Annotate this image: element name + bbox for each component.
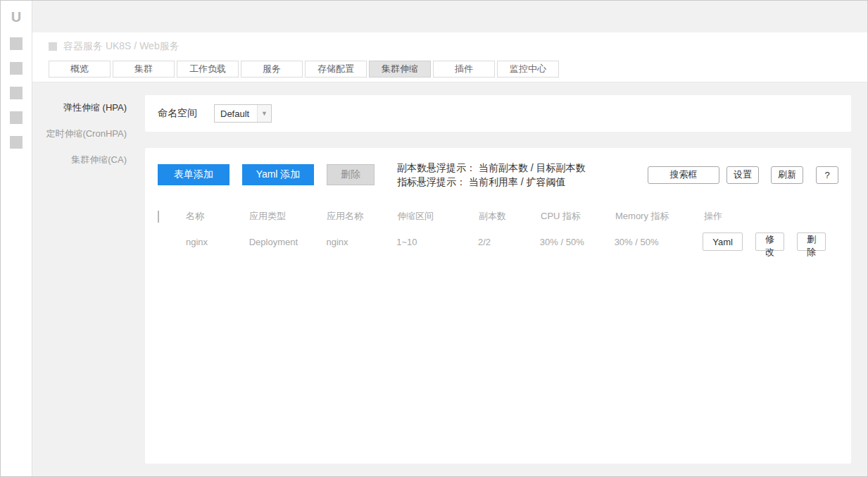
tab-overview[interactable]: 概览 (49, 61, 111, 78)
cell-type: Deployment (249, 237, 327, 247)
header-memory: Memory 指标 (615, 210, 704, 223)
main-area: 容器服务 UK8S / Web服务 概览 集群 工作负载 服务 存储配置 集群伸… (32, 1, 867, 476)
hpa-table-panel: 表单添加 Yaml 添加 删除 副本数悬浮提示： 当前副本数 / 目标副本数 指… (145, 148, 851, 464)
header-type: 应用类型 (249, 210, 327, 223)
form-add-button[interactable]: 表单添加 (158, 164, 229, 185)
nav-placeholder-icon[interactable] (10, 111, 23, 124)
sidebar: 弹性伸缩 (HPA) 定时伸缩(CronHPA) 集群伸缩(CA) (32, 82, 145, 476)
nav-placeholder-icon[interactable] (10, 136, 23, 149)
cell-name: nginx (186, 237, 249, 247)
refresh-button[interactable]: 刷新 (771, 166, 803, 184)
tab-service[interactable]: 服务 (241, 61, 303, 78)
sidebar-item-ca[interactable]: 集群伸缩(CA) (32, 153, 145, 167)
header-name: 名称 (186, 210, 249, 223)
nav-placeholder-icon[interactable] (10, 37, 23, 50)
namespace-select[interactable]: Default ▼ (214, 104, 272, 123)
row-edit-button[interactable]: 修改 (755, 233, 784, 251)
tab-cluster[interactable]: 集群 (113, 61, 175, 78)
toolbar-right: 搜索框 设置 刷新 ? (648, 166, 838, 184)
breadcrumb: 容器服务 UK8S / Web服务 (49, 38, 867, 55)
header-range: 伸缩区间 (397, 210, 479, 223)
breadcrumb-text: 容器服务 UK8S / Web服务 (63, 40, 180, 53)
tab-storage-config[interactable]: 存储配置 (305, 61, 367, 78)
toolbar: 表单添加 Yaml 添加 删除 副本数悬浮提示： 当前副本数 / 目标副本数 指… (158, 161, 838, 189)
content-area: 弹性伸缩 (HPA) 定时伸缩(CronHPA) 集群伸缩(CA) 命名空间 D… (32, 82, 867, 476)
namespace-filter-panel: 命名空间 Default ▼ (145, 95, 851, 132)
nav-placeholder-icon[interactable] (10, 87, 23, 99)
header-actions: 操作 (704, 210, 838, 223)
tab-monitor-center[interactable]: 监控中心 (497, 61, 559, 78)
row-yaml-button[interactable]: Yaml (703, 233, 743, 251)
sidebar-item-hpa[interactable]: 弹性伸缩 (HPA) (32, 101, 145, 115)
nav-placeholder-icon[interactable] (10, 62, 23, 75)
panels: 命名空间 Default ▼ 表单添加 Yaml 添加 删除 副本数悬浮提示： … (145, 82, 867, 476)
namespace-selected-value: Default (220, 109, 249, 119)
hover-hints: 副本数悬浮提示： 当前副本数 / 目标副本数 指标悬浮提示： 当前利用率 / 扩… (397, 161, 586, 189)
header-cpu: CPU 指标 (541, 210, 615, 223)
app-window: U 容器服务 UK8S / Web服务 概览 集群 工作负载 服务 存储配置 集… (0, 0, 868, 477)
tab-workload[interactable]: 工作负载 (177, 61, 239, 78)
header-appname: 应用名称 (327, 210, 397, 223)
service-icon (49, 42, 57, 51)
cell-memory: 30% / 50% (615, 237, 703, 247)
select-all-checkbox[interactable] (158, 211, 159, 223)
ucloud-logo: U (11, 9, 21, 25)
table-header: 名称 应用类型 应用名称 伸缩区间 副本数 CPU 指标 Memory 指标 操… (158, 210, 838, 223)
cell-appname: nginx (327, 237, 397, 247)
metric-hint: 指标悬浮提示： 当前利用率 / 扩容阈值 (397, 175, 586, 189)
cell-cpu: 30% / 50% (540, 237, 615, 247)
replica-hint: 副本数悬浮提示： 当前副本数 / 目标副本数 (397, 161, 586, 175)
header-replicas: 副本数 (479, 210, 541, 223)
chevron-down-icon: ▼ (257, 105, 271, 122)
yaml-add-button[interactable]: Yaml 添加 (242, 164, 314, 185)
cell-replicas: 2/2 (478, 237, 540, 247)
table-row: nginx Deployment nginx 1~10 2/2 30% / 50… (158, 233, 838, 251)
left-rail: U (1, 1, 32, 476)
tab-plugins[interactable]: 插件 (433, 61, 495, 78)
sidebar-item-cronhpa[interactable]: 定时伸缩(CronHPA) (32, 127, 145, 141)
help-button[interactable]: ? (816, 166, 838, 184)
namespace-label: 命名空间 (158, 107, 197, 120)
tab-bar: 概览 集群 工作负载 服务 存储配置 集群伸缩 插件 监控中心 (49, 61, 867, 78)
search-button[interactable]: 搜索框 (648, 166, 719, 184)
delete-button[interactable]: 删除 (327, 164, 375, 185)
top-gap (32, 1, 867, 32)
tab-cluster-scaling[interactable]: 集群伸缩 (369, 61, 431, 78)
row-delete-button[interactable]: 删除 (797, 233, 826, 251)
cell-range: 1~10 (396, 237, 478, 247)
page-header: 容器服务 UK8S / Web服务 概览 集群 工作负载 服务 存储配置 集群伸… (32, 32, 867, 82)
settings-button[interactable]: 设置 (727, 166, 759, 184)
